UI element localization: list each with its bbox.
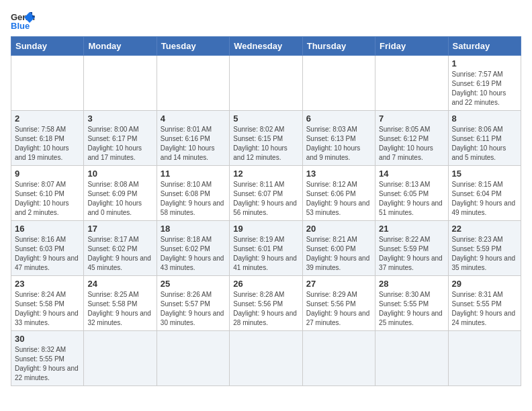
day-info: Sunrise: 8:11 AM Sunset: 6:07 PM Dayligh…	[233, 180, 298, 218]
calendar-cell: 28Sunrise: 8:30 AM Sunset: 5:55 PM Dayli…	[375, 276, 448, 331]
logo: General Blue	[11, 11, 35, 31]
day-info: Sunrise: 8:16 AM Sunset: 6:03 PM Dayligh…	[15, 235, 80, 273]
day-info: Sunrise: 8:22 AM Sunset: 5:59 PM Dayligh…	[379, 235, 444, 273]
day-number: 19	[233, 224, 298, 234]
calendar-cell: 9Sunrise: 8:07 AM Sunset: 6:10 PM Daylig…	[11, 166, 84, 221]
day-number: 13	[306, 169, 371, 179]
calendar-week-2: 2Sunrise: 7:58 AM Sunset: 6:18 PM Daylig…	[11, 111, 521, 166]
calendar-cell: 4Sunrise: 8:01 AM Sunset: 6:16 PM Daylig…	[157, 111, 229, 166]
day-number: 2	[15, 113, 80, 124]
day-number: 15	[452, 169, 517, 179]
calendar-cell: 10Sunrise: 8:08 AM Sunset: 6:09 PM Dayli…	[84, 166, 157, 221]
calendar-cell: 12Sunrise: 8:11 AM Sunset: 6:07 PM Dayli…	[230, 166, 302, 221]
day-number: 3	[87, 113, 152, 124]
day-number: 24	[87, 279, 152, 289]
day-info: Sunrise: 8:13 AM Sunset: 6:05 PM Dayligh…	[379, 180, 444, 218]
day-number: 10	[87, 169, 152, 179]
calendar-cell: 14Sunrise: 8:13 AM Sunset: 6:05 PM Dayli…	[375, 166, 448, 221]
calendar-cell: 2Sunrise: 7:58 AM Sunset: 6:18 PM Daylig…	[11, 111, 84, 166]
day-number: 23	[15, 279, 80, 289]
day-info: Sunrise: 8:00 AM Sunset: 6:17 PM Dayligh…	[87, 125, 152, 163]
calendar-cell: 18Sunrise: 8:18 AM Sunset: 6:02 PM Dayli…	[157, 221, 229, 276]
day-info: Sunrise: 8:23 AM Sunset: 5:59 PM Dayligh…	[452, 235, 517, 273]
calendar-cell: 17Sunrise: 8:17 AM Sunset: 6:02 PM Dayli…	[84, 221, 157, 276]
calendar-cell: 20Sunrise: 8:21 AM Sunset: 6:00 PM Dayli…	[302, 221, 375, 276]
calendar-cell: 19Sunrise: 8:19 AM Sunset: 6:01 PM Dayli…	[230, 221, 302, 276]
calendar-cell: 24Sunrise: 8:25 AM Sunset: 5:58 PM Dayli…	[84, 276, 157, 331]
day-info: Sunrise: 8:26 AM Sunset: 5:57 PM Dayligh…	[161, 290, 226, 328]
weekday-header-friday: Friday	[375, 37, 448, 56]
calendar-cell	[375, 56, 448, 111]
day-info: Sunrise: 8:24 AM Sunset: 5:58 PM Dayligh…	[15, 290, 80, 328]
calendar-cell: 16Sunrise: 8:16 AM Sunset: 6:03 PM Dayli…	[11, 221, 84, 276]
calendar-cell	[11, 56, 84, 111]
calendar-cell	[230, 56, 302, 111]
day-info: Sunrise: 8:07 AM Sunset: 6:10 PM Dayligh…	[15, 180, 80, 218]
calendar-week-4: 16Sunrise: 8:16 AM Sunset: 6:03 PM Dayli…	[11, 221, 521, 276]
day-number: 18	[161, 224, 226, 234]
day-number: 28	[379, 279, 444, 289]
day-info: Sunrise: 8:12 AM Sunset: 6:06 PM Dayligh…	[306, 180, 371, 218]
day-info: Sunrise: 8:03 AM Sunset: 6:13 PM Dayligh…	[306, 125, 371, 163]
calendar-cell: 21Sunrise: 8:22 AM Sunset: 5:59 PM Dayli…	[375, 221, 448, 276]
day-info: Sunrise: 8:31 AM Sunset: 5:55 PM Dayligh…	[452, 290, 517, 328]
calendar-cell	[230, 331, 302, 386]
weekday-header-thursday: Thursday	[302, 37, 375, 56]
calendar-cell	[302, 56, 375, 111]
calendar-cell	[84, 331, 157, 386]
svg-text:Blue: Blue	[11, 21, 30, 31]
calendar-cell: 8Sunrise: 8:06 AM Sunset: 6:11 PM Daylig…	[448, 111, 521, 166]
day-info: Sunrise: 8:10 AM Sunset: 6:08 PM Dayligh…	[161, 180, 226, 218]
day-info: Sunrise: 8:19 AM Sunset: 6:01 PM Dayligh…	[233, 235, 298, 273]
day-number: 9	[15, 169, 80, 179]
day-number: 4	[161, 113, 226, 124]
day-info: Sunrise: 8:18 AM Sunset: 6:02 PM Dayligh…	[161, 235, 226, 273]
day-number: 21	[379, 224, 444, 234]
calendar-cell: 5Sunrise: 8:02 AM Sunset: 6:15 PM Daylig…	[230, 111, 302, 166]
day-info: Sunrise: 8:05 AM Sunset: 6:12 PM Dayligh…	[379, 125, 444, 163]
calendar-cell: 26Sunrise: 8:28 AM Sunset: 5:56 PM Dayli…	[230, 276, 302, 331]
day-number: 1	[452, 58, 517, 68]
day-number: 22	[452, 224, 517, 234]
calendar-cell	[375, 331, 448, 386]
day-info: Sunrise: 7:57 AM Sunset: 6:19 PM Dayligh…	[452, 70, 517, 107]
calendar-week-1: 1Sunrise: 7:57 AM Sunset: 6:19 PM Daylig…	[11, 56, 521, 111]
day-number: 20	[306, 224, 371, 234]
weekday-header-tuesday: Tuesday	[157, 37, 229, 56]
calendar-cell	[157, 56, 229, 111]
calendar-week-6: 30Sunrise: 8:32 AM Sunset: 5:55 PM Dayli…	[11, 331, 521, 386]
day-info: Sunrise: 8:28 AM Sunset: 5:56 PM Dayligh…	[233, 290, 298, 328]
calendar-cell: 1Sunrise: 7:57 AM Sunset: 6:19 PM Daylig…	[448, 56, 521, 111]
calendar-cell	[448, 331, 521, 386]
day-number: 16	[15, 224, 80, 234]
day-number: 12	[233, 169, 298, 179]
page-header: General Blue	[11, 11, 521, 31]
day-info: Sunrise: 8:02 AM Sunset: 6:15 PM Dayligh…	[233, 125, 298, 163]
calendar-cell: 30Sunrise: 8:32 AM Sunset: 5:55 PM Dayli…	[11, 331, 84, 386]
day-info: Sunrise: 8:21 AM Sunset: 6:00 PM Dayligh…	[306, 235, 371, 273]
day-number: 6	[306, 113, 371, 124]
calendar-cell: 7Sunrise: 8:05 AM Sunset: 6:12 PM Daylig…	[375, 111, 448, 166]
day-number: 8	[452, 113, 517, 124]
calendar-cell	[84, 56, 157, 111]
day-info: Sunrise: 8:01 AM Sunset: 6:16 PM Dayligh…	[161, 125, 226, 163]
calendar-week-5: 23Sunrise: 8:24 AM Sunset: 5:58 PM Dayli…	[11, 276, 521, 331]
day-number: 30	[15, 334, 80, 344]
day-info: Sunrise: 7:58 AM Sunset: 6:18 PM Dayligh…	[15, 125, 80, 163]
calendar-cell	[302, 331, 375, 386]
day-info: Sunrise: 8:29 AM Sunset: 5:56 PM Dayligh…	[306, 290, 371, 328]
weekday-header-saturday: Saturday	[448, 37, 521, 56]
day-info: Sunrise: 8:30 AM Sunset: 5:55 PM Dayligh…	[379, 290, 444, 328]
day-info: Sunrise: 8:17 AM Sunset: 6:02 PM Dayligh…	[87, 235, 152, 273]
day-number: 27	[306, 279, 371, 289]
calendar-cell	[157, 331, 229, 386]
day-info: Sunrise: 8:08 AM Sunset: 6:09 PM Dayligh…	[87, 180, 152, 218]
weekday-header-wednesday: Wednesday	[230, 37, 302, 56]
calendar-cell: 11Sunrise: 8:10 AM Sunset: 6:08 PM Dayli…	[157, 166, 229, 221]
calendar-cell: 3Sunrise: 8:00 AM Sunset: 6:17 PM Daylig…	[84, 111, 157, 166]
calendar-cell: 23Sunrise: 8:24 AM Sunset: 5:58 PM Dayli…	[11, 276, 84, 331]
calendar-cell: 13Sunrise: 8:12 AM Sunset: 6:06 PM Dayli…	[302, 166, 375, 221]
day-number: 7	[379, 113, 444, 124]
calendar-table: SundayMondayTuesdayWednesdayThursdayFrid…	[11, 36, 521, 386]
day-number: 17	[87, 224, 152, 234]
